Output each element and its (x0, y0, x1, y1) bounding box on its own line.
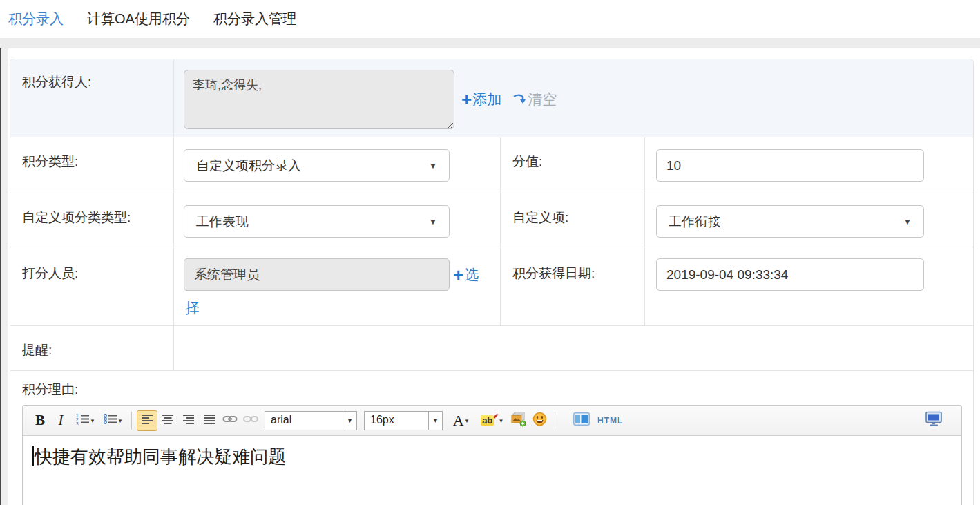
italic-button[interactable]: I (50, 410, 71, 431)
points-type-select[interactable]: 自定义项积分录入 ▼ (184, 149, 450, 182)
select-arrow-icon: ▼ (429, 161, 437, 171)
align-center-icon (162, 414, 174, 428)
tab-points-entry[interactable]: 积分录入 (8, 10, 64, 28)
smiley-icon (532, 412, 547, 429)
score-label: 分值: (500, 137, 644, 193)
toolbar-separator (131, 412, 132, 430)
html-source-button[interactable]: HTML (597, 416, 623, 426)
highlight-color-button[interactable]: ab ▾ (475, 410, 508, 431)
reminder-field-cell (173, 325, 973, 370)
align-justify-button[interactable] (199, 410, 220, 431)
unordered-list-icon (104, 413, 117, 428)
rich-text-editor: B I 1 2 3 ▾ (22, 405, 962, 505)
custom-item-select[interactable]: 工作衔接 ▼ (656, 205, 924, 238)
align-center-button[interactable] (157, 410, 178, 431)
category-type-select[interactable]: 工作表现 ▼ (184, 205, 450, 238)
editor-content-area[interactable]: 快捷有效帮助同事解决疑难问题 (23, 436, 961, 505)
reason-section: 积分理由: B I 1 2 3 (10, 370, 973, 505)
toolbar-separator (555, 412, 555, 430)
panel-toggle-button[interactable] (571, 410, 592, 431)
insert-link-button[interactable] (220, 410, 240, 431)
plus-icon: + (461, 90, 472, 108)
editor-toolbar: B I 1 2 3 ▾ (23, 406, 961, 436)
scorer-input (184, 258, 450, 291)
points-type-cell: 自定义项积分录入 ▼ (173, 137, 500, 193)
category-type-label: 自定义项分类类型: (10, 193, 173, 247)
choose-scorer-button-wrapped[interactable]: 择 (185, 298, 500, 318)
fullscreen-button[interactable] (923, 410, 945, 431)
recipient-textarea[interactable]: 李琦,念得失, (184, 70, 454, 129)
custom-item-cell: 工作衔接 ▼ (644, 193, 973, 247)
dropdown-caret-icon: ▾ (428, 412, 442, 430)
insert-image-button[interactable] (508, 410, 529, 431)
align-justify-icon (203, 414, 215, 428)
align-left-button[interactable] (137, 410, 157, 431)
score-input[interactable] (656, 149, 924, 182)
dropdown-caret-icon: ▾ (91, 417, 95, 424)
tab-bar: 积分录入 计算OA使用积分 积分录入管理 (0, 0, 980, 38)
reminder-label: 提醒: (10, 325, 173, 370)
unlink-icon (243, 414, 258, 427)
monitor-icon (925, 411, 943, 430)
font-size-select[interactable]: 16px ▾ (364, 411, 443, 430)
gain-date-label: 积分获得日期: (500, 247, 644, 325)
add-recipient-button[interactable]: + 添加 (461, 90, 501, 109)
divider-band (0, 38, 980, 48)
select-arrow-icon: ▼ (903, 217, 912, 227)
link-icon (222, 414, 238, 427)
dropdown-caret-icon: ▾ (343, 412, 356, 430)
text-cursor (32, 446, 34, 466)
align-right-icon (182, 414, 195, 428)
tab-points-entry-admin[interactable]: 积分录入管理 (213, 10, 296, 28)
clear-recipient-button[interactable]: 清空 (512, 90, 557, 109)
align-right-button[interactable] (178, 410, 199, 431)
ordered-list-icon: 1 2 3 (76, 413, 90, 428)
left-window-gutter (0, 48, 8, 505)
align-left-icon (141, 414, 153, 428)
bold-button[interactable]: B (30, 410, 50, 431)
gain-date-input[interactable] (656, 258, 924, 291)
choose-scorer-button[interactable]: + 选 (453, 265, 479, 285)
tab-calc-oa-points[interactable]: 计算OA使用积分 (87, 10, 190, 28)
reason-text: 快捷有效帮助同事解决疑难问题 (35, 446, 286, 467)
scorer-label: 打分人员: (10, 247, 173, 325)
image-icon (511, 412, 526, 430)
recipient-field-cell: 李琦,念得失, + 添加 清空 (173, 59, 973, 137)
unordered-list-button[interactable]: ▾ (99, 410, 126, 431)
scorer-cell: + 选 择 (173, 247, 500, 325)
layout-panel-icon (573, 412, 590, 428)
plus-icon: + (453, 266, 463, 284)
ordered-list-button[interactable]: 1 2 3 ▾ (71, 410, 99, 431)
gain-date-cell (644, 247, 973, 325)
reason-label: 积分理由: (22, 381, 962, 399)
recipient-label: 积分获得人: (10, 59, 173, 137)
remove-link-button[interactable] (240, 410, 261, 431)
svg-text:3: 3 (76, 421, 79, 425)
category-type-cell: 工作表现 ▼ (173, 193, 500, 247)
dropdown-caret-icon: ▾ (465, 417, 469, 424)
emoticon-button[interactable] (529, 410, 550, 431)
dropdown-caret-icon: ▾ (499, 417, 503, 424)
clear-arrow-icon (512, 94, 526, 106)
select-arrow-icon: ▼ (429, 217, 437, 227)
points-type-label: 积分类型: (10, 137, 173, 193)
points-entry-form: 积分获得人: 李琦,念得失, + 添加 清空 (10, 59, 974, 505)
text-color-button[interactable]: A ▾ (446, 410, 475, 431)
font-family-select[interactable]: arial ▾ (265, 411, 357, 430)
dropdown-caret-icon: ▾ (119, 417, 122, 424)
score-cell (644, 137, 973, 193)
custom-item-label: 自定义项: (500, 193, 644, 247)
